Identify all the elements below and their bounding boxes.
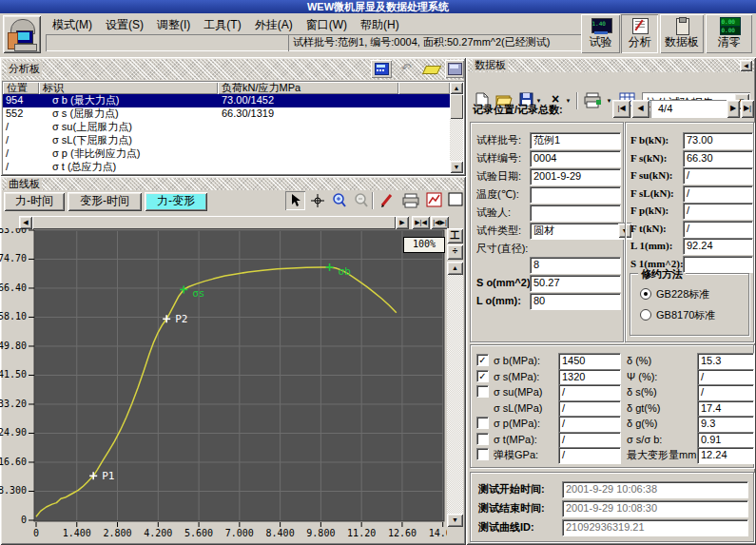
result-input[interactable]: 1320 [558,369,621,386]
result-checkbox[interactable] [476,385,489,398]
field-input[interactable] [530,204,621,222]
zoom-out-icon[interactable] [351,191,371,210]
field-input[interactable]: / [683,221,753,238]
rounding-option[interactable]: GB8170标准 [640,308,745,321]
prev-record-icon[interactable] [631,100,649,118]
curve-settings-icon[interactable] [424,191,444,210]
table-row[interactable]: 954σ b (最大力点)73.00/1452 [3,94,450,107]
analysis-column-header[interactable] [398,82,450,94]
v-compress-icon[interactable] [447,244,463,260]
result-input[interactable]: / [558,416,621,433]
mode-button-数据板[interactable]: 数据板 [660,14,704,53]
result-checkbox[interactable] [476,448,489,460]
pen-tool-icon[interactable] [377,191,397,210]
mode-button-试验[interactable]: 1.40试验 [581,14,620,53]
field-input[interactable]: 0004 [530,150,621,167]
v-fit-icon[interactable] [447,228,463,243]
calculator-icon[interactable] [371,60,392,78]
print-curve-icon[interactable] [400,191,420,210]
table-row[interactable]: /σ sL(下屈服力点) [3,134,450,147]
menu-item-2[interactable]: 调整(I) [150,15,197,34]
chart-area[interactable]: 01.4002.8004.2005.6007.0008.4009.80011.2… [0,228,447,544]
export-icon[interactable] [445,60,464,78]
field-input[interactable]: 80 [530,293,621,310]
menu-item-6[interactable]: 帮助(H) [354,15,406,34]
h-fit-icon[interactable] [431,216,449,229]
field-input[interactable]: 50.27 [530,275,621,292]
result-input[interactable]: / [558,384,621,401]
collapse-panel-icon[interactable] [740,60,752,71]
scroll-down-icon[interactable] [447,514,463,527]
field-input[interactable] [530,186,621,204]
tab-力-变形[interactable]: 力-变形 [145,192,207,211]
menu-item-0[interactable]: 模式(M) [46,15,99,34]
table-row[interactable]: /σ p (非比例应力点) [3,147,450,161]
field-input[interactable]: 92.24 [683,238,753,255]
result-input[interactable]: / [697,384,754,401]
scroll-up-icon[interactable] [450,82,463,94]
result-checkbox[interactable] [476,433,489,445]
scroll-up-icon[interactable] [447,262,463,275]
scroll-thumb[interactable] [450,94,463,119]
undo-icon[interactable] [396,60,417,78]
zoom-in-icon[interactable] [329,191,349,210]
field-input[interactable]: 73.00 [683,132,753,149]
result-input[interactable]: 9.3 [697,416,754,433]
result-input[interactable]: 12.24 [697,447,754,464]
field-input[interactable]: 66.30 [683,150,753,167]
analysis-column-header[interactable]: 标识 [39,82,218,94]
field-input[interactable]: 范例1 [530,132,621,149]
mode-button-分析[interactable]: 分析 [621,14,658,53]
result-input[interactable]: / [558,432,621,449]
result-input[interactable]: / [697,369,754,386]
result-input[interactable]: / [558,400,621,418]
result-input[interactable]: / [558,447,621,464]
tab-力-时间[interactable]: 力-时间 [4,192,65,211]
scroll-down-icon[interactable] [450,161,463,173]
h-compress-icon[interactable] [412,216,430,229]
result-input[interactable]: 1450 [558,353,621,370]
chart-vscrollbar[interactable] [447,228,464,529]
chart-hscrollbar[interactable] [19,216,466,229]
radio-icon[interactable] [640,288,651,300]
scroll-left-icon[interactable] [19,216,32,229]
title-bar[interactable]: WEW微机屏显及数据处理系统 [0,0,756,13]
result-checkbox[interactable] [476,370,489,382]
field-input[interactable]: / [683,185,753,203]
field-input[interactable]: / [683,203,753,220]
result-input[interactable]: 0.91 [697,432,754,449]
diameter-field[interactable]: 8 [530,257,621,274]
table-row[interactable]: 552σ s (屈服力点)66.30/1319 [3,107,450,121]
eraser-icon[interactable] [420,60,441,78]
field-input[interactable] [683,256,753,273]
tab-变形-时间[interactable]: 变形-时间 [68,192,142,211]
result-input[interactable]: 15.3 [697,353,754,370]
crosshair-tool-icon[interactable] [307,191,327,210]
scroll-right-icon[interactable] [396,216,409,229]
field-input[interactable]: / [683,167,753,185]
analysis-table-header: 位置标识负荷kN/应力MPa [3,82,450,94]
analysis-column-header[interactable]: 负荷kN/应力MPa [218,82,398,94]
next-record-icon[interactable] [727,100,740,118]
menu-item-1[interactable]: 设置(S) [99,15,150,34]
menu-item-4[interactable]: 外挂(A) [248,15,300,34]
result-checkbox[interactable] [476,354,489,366]
rounding-option[interactable]: GB228标准 [640,287,745,301]
table-row[interactable]: /σ su(上屈服力点) [3,121,450,134]
cursor-tool-icon[interactable] [285,191,305,210]
table-row[interactable]: /σ t (总应力点) [3,161,450,173]
menu-item-3[interactable]: 工具(T) [197,15,247,34]
analysis-vscrollbar[interactable] [450,82,463,173]
field-input[interactable]: 2001-9-29 [530,168,621,185]
first-record-icon[interactable] [612,100,630,118]
menu-item-5[interactable]: 窗口(W) [300,15,354,34]
radio-icon[interactable] [640,309,651,321]
analysis-column-header[interactable]: 位置 [3,82,39,94]
mode-button-清零[interactable]: 0.000.00清零 [706,14,752,53]
region-select-icon[interactable] [446,191,466,210]
result-input[interactable]: 17.4 [697,400,754,418]
specimen-type-select[interactable]: 圆材 [530,223,632,240]
last-record-icon[interactable] [741,100,754,118]
result-checkbox[interactable] [476,417,489,429]
hscroll-thumb[interactable] [32,216,396,229]
